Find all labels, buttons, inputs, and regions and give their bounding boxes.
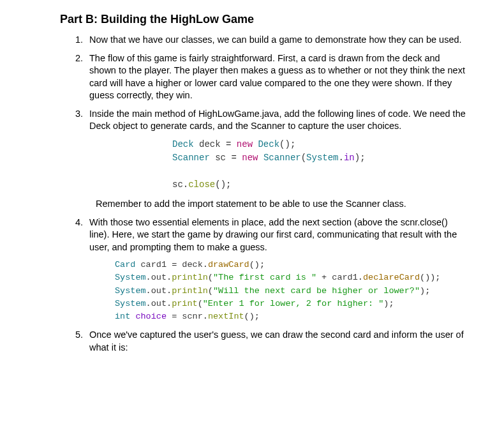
code-token: println (172, 286, 208, 296)
code-token: Deck (172, 139, 194, 149)
code-token: System (115, 286, 146, 296)
step-text: The flow of this game is fairly straight… (89, 53, 465, 101)
code-token: drawCard (208, 260, 249, 269)
step-5: Once we've captured the user's guess, we… (85, 329, 466, 354)
code-token: = (226, 139, 231, 149)
step-3: Inside the main method of HighLowGame.ja… (85, 108, 466, 211)
step-text: Inside the main method of HighLowGame.ja… (89, 109, 466, 132)
code-token: + (316, 273, 332, 282)
step-text: Once we've captured the user's guess, we… (89, 330, 464, 352)
code-token: . (358, 273, 363, 282)
document-page: Part B: Building the HighLow Game Now th… (0, 0, 504, 386)
code-token: (); (279, 139, 295, 149)
step-list: Now that we have our classes, we can bui… (60, 34, 466, 354)
code-token: ); (383, 299, 394, 308)
code-token: ()); (420, 273, 440, 282)
step-3-note: Remember to add the import statement to … (96, 198, 466, 211)
code-token: . (167, 286, 172, 296)
code-token: Card (115, 260, 135, 269)
code-token: System (115, 299, 146, 308)
code-token: card1 (141, 260, 167, 269)
code-token: "Enter 1 for lower, 2 for higher: " (203, 299, 384, 308)
code-token: . (203, 312, 208, 321)
code-token: print (172, 299, 198, 308)
code-token: out (151, 286, 167, 296)
code-token: out (151, 299, 167, 308)
code-token: new (242, 153, 258, 163)
section-heading: Part B: Building the HighLow Game (60, 13, 466, 26)
code-token: ); (420, 286, 430, 296)
code-token: System (115, 273, 146, 282)
code-token: System (306, 153, 338, 163)
code-token: (); (215, 179, 231, 190)
code-token: (); (244, 312, 260, 321)
code-token: nextInt (208, 312, 244, 321)
code-token: . (167, 273, 172, 282)
code-token: Deck (258, 139, 279, 149)
code-token: "The first card is " (213, 273, 316, 282)
code-token: ); (355, 153, 366, 163)
code-token: . (146, 299, 151, 308)
code-token: . (183, 179, 188, 190)
code-token: (); (249, 260, 265, 269)
code-token: sc (215, 153, 226, 163)
code-token: choice (135, 312, 167, 321)
code-token: "Will the next card be higher or lower?" (213, 286, 420, 296)
code-token: card1 (332, 273, 358, 282)
code-token: = (172, 312, 177, 321)
code-token: in (344, 153, 355, 163)
code-token: . (167, 299, 172, 308)
code-token: sc (172, 179, 183, 190)
code-token: . (146, 286, 151, 296)
step-2: The flow of this game is fairly straight… (85, 52, 466, 102)
code-token: ( (208, 273, 213, 282)
code-token: declareCard (363, 273, 420, 282)
code-token: ( (208, 286, 213, 296)
code-token: Scanner (263, 153, 301, 163)
code-block-2: Card card1 = deck.drawCard(); System.out… (115, 259, 466, 323)
step-text: With those two essential elements in pla… (89, 217, 457, 252)
code-token: Scanner (172, 153, 210, 163)
code-token: close (188, 179, 215, 190)
code-token: = (231, 153, 236, 163)
code-token: ( (198, 299, 203, 308)
step-text: Now that we have our classes, we can bui… (89, 34, 462, 45)
code-token: deck (182, 260, 202, 269)
code-token: . (146, 273, 151, 282)
code-token: = (172, 260, 177, 269)
code-token: scnr (182, 312, 202, 321)
code-token: . (339, 153, 344, 163)
code-token: new (237, 139, 253, 149)
code-block-1: Deck deck = new Deck(); Scanner sc = new… (172, 138, 466, 192)
code-token: deck (199, 139, 221, 149)
code-token: println (172, 273, 208, 282)
step-4: With those two essential elements in pla… (85, 216, 466, 324)
code-token: out (151, 273, 167, 282)
code-token: . (203, 260, 208, 269)
step-1: Now that we have our classes, we can bui… (85, 34, 466, 47)
code-token: ( (301, 153, 306, 163)
code-token: int (115, 312, 130, 321)
